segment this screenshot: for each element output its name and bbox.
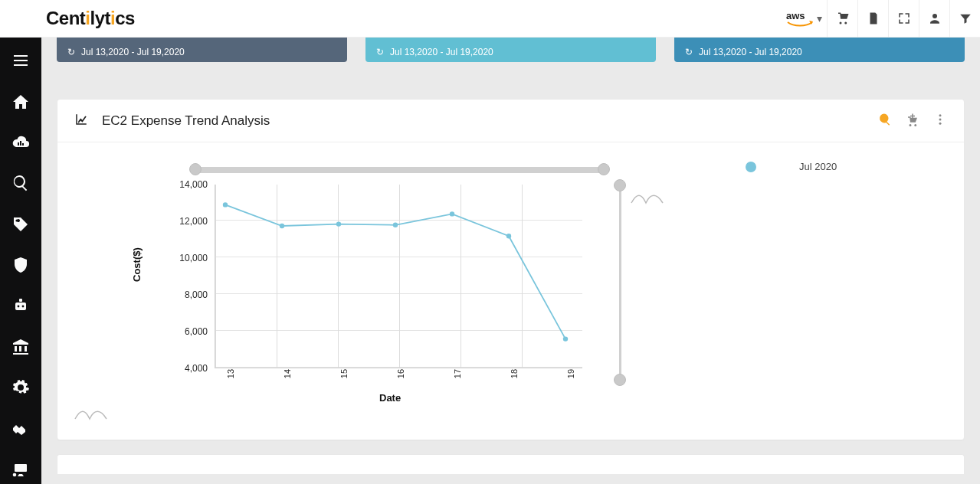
brand-text-2: lyt [90, 8, 111, 29]
summary-strip-row: ↻ Jul 13,2020 - Jul 19,2020 ↻ Jul 13,202… [41, 38, 980, 70]
panel-more-button[interactable] [933, 113, 947, 129]
sidebar-item-cost-search[interactable]: $ [3, 168, 38, 198]
handshake-icon [11, 419, 30, 437]
bank-icon [11, 338, 30, 356]
document-icon [867, 11, 880, 25]
sidebar-item-training[interactable] [3, 455, 38, 484]
svg-rect-1 [20, 141, 21, 146]
summary-strip-3-range: Jul 13,2020 - Jul 19,2020 [699, 47, 802, 57]
robot-icon [11, 296, 30, 315]
ec2-trend-panel: EC2 Expense Trend Analysis [57, 99, 965, 440]
summary-strip-2[interactable]: ↻ Jul 13,2020 - Jul 19,2020 [365, 38, 656, 62]
header-fullscreen-button[interactable] [888, 0, 919, 38]
more-vertical-icon [933, 113, 947, 126]
panel-actions [878, 113, 947, 129]
chevron-down-icon: ▾ [817, 12, 822, 25]
brand-text-1: Cent [46, 8, 85, 29]
h-slider-knob-left[interactable] [189, 163, 202, 175]
brand-logo[interactable]: Centilytics [46, 8, 135, 29]
svg-point-19 [450, 211, 454, 216]
svg-point-18 [393, 223, 398, 227]
svg-rect-6 [19, 299, 22, 302]
x-tick-3: 16 [396, 369, 405, 378]
x-tick-4: 17 [453, 369, 462, 378]
mini-curve-decoration [74, 407, 113, 424]
list-icon [11, 51, 30, 70]
chart-legend[interactable]: Jul 2020 [746, 161, 837, 172]
zoom-in-icon [878, 113, 892, 126]
sidebar-item-governance[interactable] [3, 332, 38, 361]
sidebar-item-settings[interactable] [3, 373, 38, 402]
svg-rect-2 [22, 143, 24, 146]
summary-strip-1[interactable]: ↻ Jul 13,2020 - Jul 19,2020 [57, 38, 347, 62]
header-right: aws ▾ [778, 0, 980, 37]
y-tick-1: 6,000 [185, 326, 208, 337]
x-tick-6: 19 [566, 369, 575, 378]
next-panel-peek [57, 454, 965, 474]
svg-rect-0 [18, 142, 19, 146]
brand-text-3: cs [115, 8, 135, 29]
h-slider-knob-right[interactable] [598, 163, 610, 175]
svg-point-15 [223, 202, 228, 207]
user-icon [928, 11, 942, 25]
chart-x-axis-label: Date [379, 392, 401, 404]
mini-curve-decoration [631, 191, 669, 208]
filter-icon [959, 11, 972, 25]
tag-icon [11, 215, 30, 234]
sidebar-item-list[interactable] [3, 46, 38, 75]
left-sidebar: $ [0, 0, 41, 484]
add-cart-icon [906, 113, 919, 126]
svg-point-4 [15, 219, 18, 221]
svg-point-20 [506, 234, 511, 238]
svg-point-7 [18, 306, 20, 308]
horizontal-range-slider[interactable] [194, 167, 605, 173]
y-tick-3: 10,000 [179, 253, 208, 263]
svg-point-12 [939, 114, 942, 116]
header-filter-button[interactable] [949, 0, 980, 38]
sidebar-item-automation[interactable] [3, 291, 38, 320]
summary-strip-3[interactable]: ↻ Jul 13,2020 - Jul 19,2020 [674, 38, 965, 62]
sidebar-item-tags[interactable] [3, 209, 38, 238]
panel-zoom-button[interactable] [878, 113, 892, 129]
legend-region: Jul 2020 [624, 142, 964, 426]
search-dollar-icon: $ [11, 174, 30, 192]
header-report-button[interactable] [857, 0, 888, 38]
cloud-provider-picker[interactable]: aws ▾ [778, 0, 827, 37]
x-tick-2: 15 [339, 369, 349, 378]
trend-icon [74, 113, 88, 129]
sidebar-item-cloud-analytics[interactable] [3, 128, 38, 157]
legend-series-label: Jul 2020 [799, 161, 837, 172]
svg-rect-9 [15, 464, 27, 472]
y-tick-0: 4,000 [185, 363, 208, 374]
svg-point-17 [336, 221, 341, 226]
chart-line-series [215, 185, 582, 368]
chart-y-axis-label: Cost($) [131, 247, 143, 282]
expand-icon [897, 11, 911, 25]
top-header: Centilytics aws ▾ [0, 0, 980, 38]
header-cart-button[interactable] [827, 0, 857, 38]
chart-wrap: Cost($) Date 4,000 6,000 8,000 10,000 12… [57, 142, 964, 426]
gear-icon [11, 378, 30, 397]
vertical-range-slider[interactable] [619, 184, 621, 381]
refresh-icon: ↻ [685, 47, 693, 57]
cart-icon [836, 11, 850, 25]
sidebar-item-security[interactable] [3, 250, 38, 280]
presentation-icon [11, 460, 30, 479]
svg-point-21 [563, 336, 568, 341]
y-tick-5: 14,000 [179, 179, 208, 190]
legend-color-dot [746, 162, 756, 172]
panel-add-to-cart-button[interactable] [906, 113, 919, 129]
header-user-button[interactable] [919, 0, 949, 38]
home-icon [11, 93, 30, 111]
y-tick-2: 8,000 [185, 289, 208, 300]
svg-text:aws: aws [786, 10, 805, 21]
x-tick-0: 13 [226, 369, 235, 378]
svg-rect-5 [15, 302, 26, 310]
sidebar-item-home[interactable] [3, 87, 38, 116]
svg-point-14 [939, 122, 942, 124]
svg-point-13 [939, 118, 942, 120]
sidebar-item-partnership[interactable] [3, 414, 38, 443]
x-tick-1: 14 [283, 369, 292, 378]
panel-title: EC2 Expense Trend Analysis [102, 113, 270, 129]
svg-text:$: $ [18, 178, 21, 185]
